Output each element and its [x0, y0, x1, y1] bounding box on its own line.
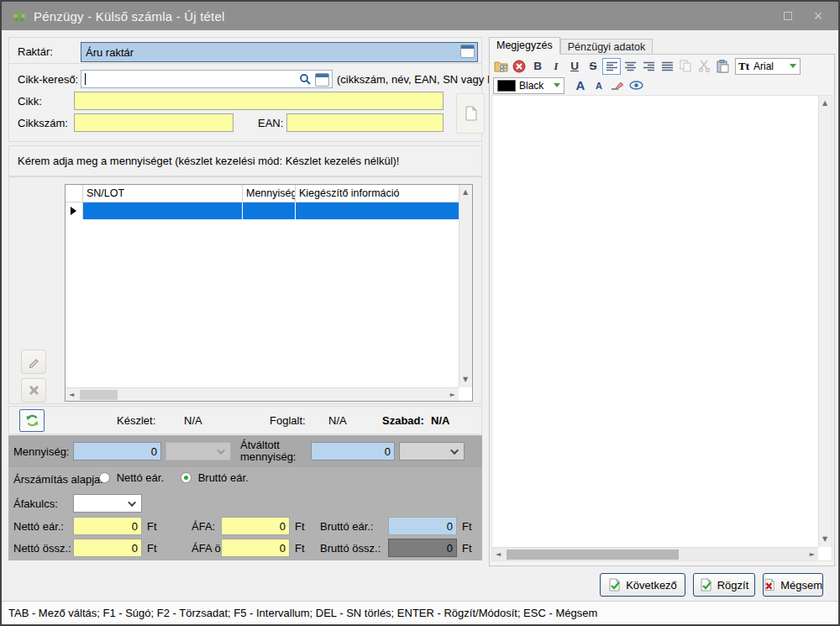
confirm-page-icon: [608, 578, 621, 592]
clear-note-button[interactable]: [510, 58, 528, 75]
align-justify-button[interactable]: [658, 58, 676, 75]
maximize-button[interactable]: [773, 2, 803, 30]
italic-button[interactable]: I: [547, 58, 565, 75]
preview-button[interactable]: [627, 77, 645, 94]
row-marker-icon: [71, 207, 76, 215]
search-icon[interactable]: [299, 73, 312, 86]
font-color-value: Black: [519, 80, 543, 92]
warehouse-select[interactable]: Áru raktár: [81, 42, 478, 62]
vat-total-input[interactable]: [221, 539, 290, 557]
cell-info: [296, 203, 459, 219]
align-center-icon: [625, 61, 636, 71]
paste-button[interactable]: [713, 58, 732, 75]
table-horizontal-scrollbar[interactable]: ◄ ►: [66, 387, 459, 401]
refresh-stock-button[interactable]: [19, 409, 45, 432]
currency-label: Ft: [295, 520, 305, 533]
scrollbar-thumb[interactable]: [507, 550, 679, 560]
status-bar-text: TAB - Mező váltás; F1 - Súgó; F2 - Törzs…: [8, 607, 597, 619]
currency-label: Ft: [147, 542, 157, 555]
vat-label: ÁFA:: [192, 520, 215, 533]
new-item-button[interactable]: [456, 93, 485, 134]
shrink-font-button[interactable]: A: [590, 77, 608, 94]
strikethrough-button[interactable]: S: [584, 58, 602, 75]
quantity-label: Mennyiség:: [13, 445, 69, 458]
net-price-input[interactable]: [73, 517, 142, 535]
paste-icon: [717, 60, 729, 73]
scrollbar-thumb[interactable]: [80, 390, 118, 400]
align-justify-icon: [662, 61, 673, 71]
scroll-left-icon[interactable]: ◄: [496, 551, 501, 558]
scroll-right-icon[interactable]: ►: [810, 551, 815, 558]
scroll-up-icon[interactable]: ▲: [463, 189, 468, 196]
price-base-label: Árszámítás alapja:: [13, 473, 103, 486]
item-search-hint: (cikkszám, név, EAN, SN vagy LOT): [337, 73, 512, 86]
ean-field[interactable]: [286, 113, 444, 132]
vat-input[interactable]: [221, 517, 290, 535]
converted-unit-select[interactable]: [399, 442, 465, 460]
copy-button[interactable]: [676, 58, 695, 75]
save-button[interactable]: Rögzít: [693, 573, 755, 597]
scroll-right-icon[interactable]: ►: [450, 392, 455, 398]
gross-price-input[interactable]: [388, 517, 457, 535]
note-editor[interactable]: ▲ ▼ ◄ ►: [491, 95, 832, 561]
converted-quantity-label: Átváltott mennyiség:: [240, 439, 309, 463]
editor-vertical-scrollbar[interactable]: ▲ ▼: [818, 96, 832, 547]
scroll-left-icon[interactable]: ◄: [69, 392, 74, 398]
font-family-select[interactable]: Tt Arial: [735, 58, 801, 75]
marker-column-header: [66, 185, 83, 202]
quantity-input[interactable]: [73, 442, 161, 460]
cancel-button[interactable]: Mégsem: [763, 573, 823, 597]
delete-row-button[interactable]: [21, 378, 46, 402]
font-color-select[interactable]: Black: [493, 77, 564, 94]
font-icon: Tt: [736, 60, 749, 73]
column-header-mennyiseg[interactable]: Mennyiség: [243, 185, 296, 202]
cancel-page-icon: [764, 578, 775, 592]
edit-row-button[interactable]: [21, 350, 46, 374]
scroll-down-icon[interactable]: ▼: [463, 376, 468, 383]
color-swatch: [497, 80, 516, 92]
grow-font-button[interactable]: A: [571, 77, 590, 94]
align-left-button[interactable]: [602, 58, 621, 75]
net-total-input[interactable]: [73, 539, 142, 557]
item-field[interactable]: [74, 92, 444, 110]
align-right-button[interactable]: [639, 58, 658, 75]
title-bar[interactable]: Pénzügy - Külső számla - Új tétel ×: [2, 2, 838, 30]
cut-icon: [698, 60, 711, 72]
refresh-icon: [25, 413, 39, 428]
erase-format-button[interactable]: [608, 77, 627, 94]
table-vertical-scrollbar[interactable]: ▲ ▼: [459, 185, 472, 387]
column-header-info[interactable]: Kiegészítő információ: [296, 185, 472, 202]
warehouse-value: Áru raktár: [86, 46, 134, 59]
tab-megjegyzes[interactable]: Megjegyzés: [489, 37, 560, 55]
cut-button[interactable]: [695, 58, 713, 75]
radio-brutto[interactable]: Bruttó eár.: [181, 471, 249, 484]
table-row-selected[interactable]: [66, 203, 472, 219]
next-button[interactable]: Következő: [600, 573, 685, 597]
confirm-page-icon: [700, 578, 712, 592]
item-search-input[interactable]: [81, 70, 333, 88]
column-header-snlot[interactable]: SN/LOT: [83, 185, 243, 202]
tab-penzugyi-adatok[interactable]: Pénzügyi adatok: [560, 39, 653, 55]
item-search-label: Cikk-kereső:: [18, 73, 78, 86]
dropdown-arrow-icon: [790, 64, 796, 68]
item-number-field[interactable]: [74, 113, 234, 132]
scroll-up-icon[interactable]: ▲: [822, 100, 827, 107]
open-template-button[interactable]: [491, 58, 510, 75]
vat-key-label: Áfakulcs:: [13, 497, 58, 510]
radio-circle-icon: [99, 472, 110, 483]
radio-netto[interactable]: Nettó eár.: [99, 471, 164, 484]
lookup-window-icon[interactable]: [460, 45, 475, 58]
currency-label: Ft: [462, 520, 472, 533]
quantity-unit-select[interactable]: [165, 442, 231, 460]
table-header-row: SN/LOT Mennyiség Kiegészítő információ: [66, 185, 472, 203]
bold-button[interactable]: B: [528, 58, 547, 75]
radio-circle-selected-icon: [181, 472, 192, 483]
close-button[interactable]: ×: [803, 2, 833, 30]
scroll-down-icon[interactable]: ▼: [822, 536, 827, 543]
lookup-window-icon[interactable]: [315, 73, 329, 87]
align-center-button[interactable]: [621, 58, 639, 75]
converted-quantity-input[interactable]: [311, 442, 395, 460]
underline-button[interactable]: U: [565, 58, 584, 75]
editor-horizontal-scrollbar[interactable]: ◄ ►: [492, 547, 818, 560]
vat-key-select[interactable]: [73, 494, 142, 513]
